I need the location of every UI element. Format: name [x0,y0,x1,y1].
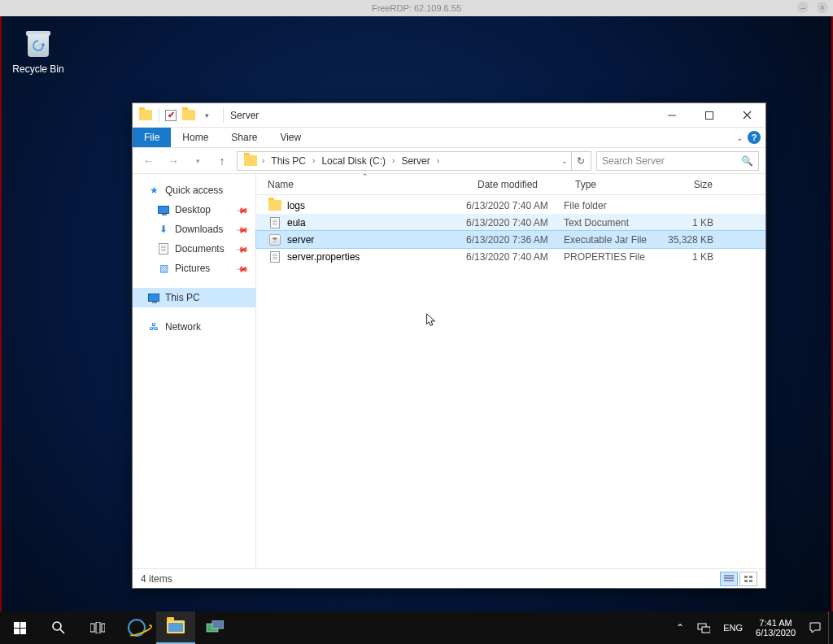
nav-up-button[interactable]: ↑ [212,151,232,171]
ribbon-expand-icon[interactable]: ⌄ [736,133,743,142]
file-row[interactable]: logs 6/13/2020 7:40 AM File folder [256,197,765,214]
qat-dropdown-icon[interactable]: ▾ [198,107,215,124]
breadcrumb-seg-1[interactable]: Local Disk (C:) [316,152,390,170]
sidebar-item-pictures[interactable]: ▧ Pictures 📌 [133,259,255,278]
action-center-button[interactable] [802,611,828,644]
svg-rect-4 [749,580,752,582]
recycle-bin-shortcut[interactable]: Recycle Bin [10,26,67,75]
this-pc-icon [147,291,160,304]
maximize-button[interactable] [691,103,728,127]
qat-newfolder-icon[interactable] [181,107,197,124]
tray-clock[interactable]: 7:41 AM 6/13/2020 [749,611,802,644]
taskbar-app-ie[interactable] [117,611,156,644]
taskbar-app-explorer[interactable] [156,611,195,644]
nav-back-button[interactable]: ← [139,151,159,171]
nav-forward-button[interactable]: → [164,151,183,171]
internet-explorer-icon [128,619,146,637]
sidebar-item-documents[interactable]: Documents 📌 [133,239,255,259]
file-explorer-window: ✔ ▾ Server File Home Share View ⌄ ? ← → [132,102,766,589]
nav-recent-dropdown[interactable]: ▾ [188,151,207,171]
tray-overflow-button[interactable]: ⌃ [669,611,691,644]
svg-rect-7 [96,622,100,633]
svg-rect-8 [102,624,105,632]
qat-folder-icon[interactable] [137,107,154,124]
minimize-button[interactable] [653,103,691,127]
breadcrumb[interactable]: › This PC › Local Disk (C:) › Server › ⌄… [237,151,591,171]
freerdp-close-icon[interactable]: × [817,2,828,13]
tray-network-icon[interactable] [691,611,717,644]
taskbar-search-button[interactable] [39,611,78,644]
svg-rect-6 [90,624,94,632]
pin-icon: 📌 [236,203,249,216]
desktop-icon [157,203,170,216]
search-icon [51,620,66,635]
documents-icon [157,242,170,255]
close-button[interactable] [728,103,765,127]
svg-rect-2 [749,576,752,578]
taskbar: ⌃ ENG 7:41 AM 6/13/2020 [0,611,833,644]
help-icon[interactable]: ? [748,131,761,144]
svg-rect-0 [706,111,713,119]
file-row[interactable]: ☕ server 6/13/2020 7:36 AM Executable Ja… [256,231,765,248]
svg-rect-3 [744,580,748,582]
address-bar: ← → ▾ ↑ › This PC › Local Disk (C:) › Se… [133,148,765,174]
properties-file-icon [268,250,282,263]
windows-desktop[interactable]: Recycle Bin ✔ ▾ Server File Home Share V… [0,16,833,644]
pin-icon: 📌 [236,223,249,236]
sidebar-item-desktop[interactable]: Desktop 📌 [133,200,255,220]
file-rows: logs 6/13/2020 7:40 AM File folder eula … [256,195,765,568]
tray-time: 7:41 AM [759,618,792,628]
sidebar-item-network[interactable]: 🖧 Network [133,317,255,337]
system-tray: ⌃ ENG 7:41 AM 6/13/2020 [669,611,833,644]
breadcrumb-seg-2[interactable]: Server [396,152,434,170]
file-list-area: ⌃ Name Date modified Type Size logs 6/13… [256,174,765,568]
search-input[interactable]: Search Server 🔍 [596,151,759,171]
tab-share[interactable]: Share [220,128,268,147]
window-titlebar[interactable]: ✔ ▾ Server [133,103,765,128]
tab-home[interactable]: Home [171,128,220,147]
svg-rect-1 [744,576,748,578]
column-size[interactable]: Size [663,174,722,194]
breadcrumb-dropdown-icon[interactable]: ⌄ [561,157,568,165]
freerdp-minimize-icon[interactable]: – [797,2,809,13]
task-view-button[interactable] [78,611,117,644]
status-text: 4 items [141,573,172,585]
taskbar-app-server-manager[interactable] [195,611,234,644]
sidebar-item-this-pc[interactable]: This PC [133,288,255,307]
qat-properties-icon[interactable]: ✔ [163,107,179,124]
tab-view[interactable]: View [268,128,312,147]
start-button[interactable] [0,611,39,644]
window-title: Server [230,110,259,121]
network-icon: 🖧 [147,320,160,333]
jar-file-icon: ☕ [268,233,282,246]
windows-logo-icon [14,622,26,634]
server-manager-icon [206,620,224,635]
freerdp-titlebar: FreeRDP: 62.109.6.55 – × [0,0,833,16]
pin-icon: 📌 [236,262,249,275]
view-large-icons-button[interactable] [739,572,757,586]
tray-language[interactable]: ENG [717,611,749,644]
freerdp-title: FreeRDP: 62.109.6.55 [372,3,461,13]
tab-file[interactable]: File [133,128,171,147]
star-icon: ★ [147,184,160,197]
file-row[interactable]: server.properties 6/13/2020 7:40 AM PROP… [256,248,765,265]
status-bar: 4 items [133,568,765,588]
ribbon-tabs: File Home Share View ⌄ ? [133,128,765,148]
column-name[interactable]: Name [256,174,466,194]
show-desktop-button[interactable] [828,611,833,644]
file-row[interactable]: eula 6/13/2020 7:40 AM Text Document 1 K… [256,214,765,231]
svg-point-5 [53,622,61,630]
breadcrumb-seg-0[interactable]: This PC [266,152,311,170]
column-type[interactable]: Type [564,174,663,194]
folder-icon [268,199,282,212]
tray-date: 6/13/2020 [756,628,796,637]
sidebar-item-downloads[interactable]: ⬇ Downloads 📌 [133,220,255,239]
view-details-button[interactable] [720,572,738,586]
sidebar-quick-access[interactable]: ★ Quick access [133,181,255,200]
recycle-bin-label: Recycle Bin [10,63,67,75]
column-date[interactable]: Date modified [466,174,564,194]
svg-rect-12 [702,627,710,633]
refresh-button[interactable]: ↻ [571,152,589,170]
recycle-bin-icon [21,26,55,60]
file-explorer-icon [167,620,185,633]
